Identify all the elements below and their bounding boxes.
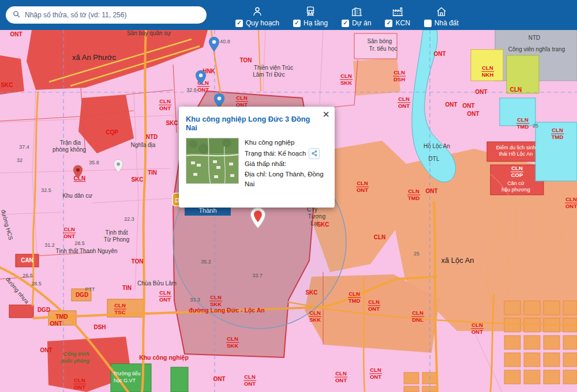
nav-label: Hạ tầng xyxy=(304,19,328,27)
popup-address-line: Địa chỉ: Long Thành, Đồng Nai xyxy=(245,169,327,190)
checkbox-quy-hoach[interactable]: ✓ xyxy=(235,20,243,27)
info-popup: × Khu công nghiệp Long Đức 3 Đồng Nai xyxy=(179,107,335,208)
nav-item-kcn[interactable]: ✓KCN xyxy=(385,3,410,27)
factory-icon xyxy=(392,5,403,17)
search-box[interactable] xyxy=(6,6,207,24)
main-pin-marker[interactable] xyxy=(249,207,267,231)
search-icon xyxy=(12,10,21,21)
popup-thumbnail[interactable] xyxy=(186,138,239,184)
house-icon xyxy=(436,5,447,17)
nav-item-du-an[interactable]: ✓Dự án xyxy=(342,3,371,27)
nav-label: Quy hoạch xyxy=(246,19,279,27)
checkbox-ha-tang[interactable]: ✓ xyxy=(293,20,301,27)
checkbox-nha-dat[interactable] xyxy=(424,20,432,27)
buildings-icon xyxy=(351,5,362,17)
person-icon xyxy=(252,5,263,17)
share-button[interactable] xyxy=(309,148,320,159)
nav-item-ha-tang[interactable]: ✓Hạ tầng xyxy=(293,3,328,27)
nav-label: Dự án xyxy=(352,19,371,27)
blue-pin-marker[interactable] xyxy=(195,70,207,88)
red-pin-marker[interactable] xyxy=(73,165,83,181)
nav-item-quy-hoach[interactable]: ✓Quy hoạch xyxy=(235,3,279,27)
popup-type: Khu công nghiệp xyxy=(245,138,327,148)
topbar: ✓Quy hoạch✓Hạ tầng✓Dự án✓KCNNhà đất xyxy=(0,0,577,30)
popup-price-label: Giá thấp nhất: xyxy=(245,159,327,169)
train-icon xyxy=(305,5,316,17)
search-input[interactable] xyxy=(25,11,200,19)
popup-status-line: Trạng thái: Kế hoạch xyxy=(245,148,327,159)
popup-close-button[interactable]: × xyxy=(323,108,329,121)
nav-item-nha-dat[interactable]: Nhà đất xyxy=(424,3,459,27)
white-pin-marker[interactable] xyxy=(113,159,123,175)
topbar-nav: ✓Quy hoạch✓Hạ tầng✓Dự án✓KCNNhà đất xyxy=(235,3,459,27)
checkbox-du-an[interactable]: ✓ xyxy=(342,20,349,27)
map-canvas[interactable]: ONTSân bay quân sựxã An PhướcSKC40.8TONH… xyxy=(0,30,577,392)
address-label: Địa chỉ: xyxy=(245,171,267,178)
nav-label: KCN xyxy=(395,19,410,27)
app-window: ✓Quy hoạch✓Hạ tầng✓Dự án✓KCNNhà đất xyxy=(0,0,577,392)
nav-label: Nhà đất xyxy=(434,19,459,27)
map-markers-layer xyxy=(0,30,577,392)
status-value: Kế hoạch xyxy=(278,149,306,156)
popup-title[interactable]: Khu công nghiệp Long Đức 3 Đồng Nai xyxy=(186,115,327,132)
blue-pin-marker[interactable] xyxy=(208,36,220,54)
status-label: Trạng thái: xyxy=(245,149,276,156)
checkbox-kcn[interactable]: ✓ xyxy=(385,20,392,27)
